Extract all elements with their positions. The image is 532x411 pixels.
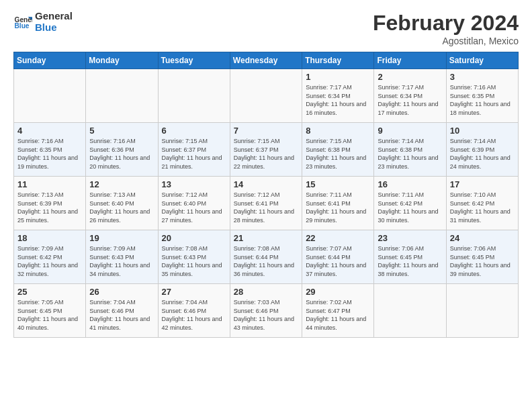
- day-info: Sunrise: 7:11 AM Sunset: 6:42 PM Dayligh…: [378, 191, 442, 224]
- col-header-thursday: Thursday: [302, 52, 374, 69]
- day-number: 7: [234, 126, 298, 136]
- day-cell: 15Sunrise: 7:11 AM Sunset: 6:41 PM Dayli…: [302, 177, 374, 230]
- day-info: Sunrise: 7:08 AM Sunset: 6:44 PM Dayligh…: [234, 244, 298, 278]
- day-cell: 17Sunrise: 7:10 AM Sunset: 6:42 PM Dayli…: [446, 177, 518, 230]
- day-info: Sunrise: 7:05 AM Sunset: 6:45 PM Dayligh…: [17, 298, 82, 332]
- day-cell: 27Sunrise: 7:04 AM Sunset: 6:46 PM Dayli…: [158, 284, 230, 338]
- logo-blue: Blue: [35, 22, 73, 34]
- day-number: 16: [378, 179, 442, 189]
- day-number: 9: [378, 126, 442, 136]
- day-cell: 8Sunrise: 7:15 AM Sunset: 6:38 PM Daylig…: [302, 123, 374, 177]
- day-cell: 24Sunrise: 7:06 AM Sunset: 6:45 PM Dayli…: [446, 230, 518, 284]
- day-cell: 16Sunrise: 7:11 AM Sunset: 6:42 PM Dayli…: [374, 177, 446, 230]
- day-cell: [374, 284, 446, 338]
- day-cell: 6Sunrise: 7:15 AM Sunset: 6:37 PM Daylig…: [158, 123, 230, 177]
- day-info: Sunrise: 7:17 AM Sunset: 6:34 PM Dayligh…: [306, 83, 370, 117]
- day-number: 14: [234, 179, 298, 189]
- day-number: 26: [89, 287, 154, 297]
- day-cell: 3Sunrise: 7:16 AM Sunset: 6:35 PM Daylig…: [446, 69, 518, 123]
- col-header-saturday: Saturday: [446, 52, 518, 69]
- day-number: 18: [17, 233, 82, 243]
- day-info: Sunrise: 7:06 AM Sunset: 6:45 PM Dayligh…: [450, 244, 515, 278]
- day-number: 25: [17, 287, 82, 297]
- day-info: Sunrise: 7:15 AM Sunset: 6:37 PM Dayligh…: [234, 137, 298, 171]
- day-cell: 9Sunrise: 7:14 AM Sunset: 6:38 PM Daylig…: [374, 123, 446, 177]
- day-info: Sunrise: 7:06 AM Sunset: 6:45 PM Dayligh…: [378, 244, 442, 278]
- day-cell: 20Sunrise: 7:08 AM Sunset: 6:43 PM Dayli…: [158, 230, 230, 284]
- day-info: Sunrise: 7:16 AM Sunset: 6:35 PM Dayligh…: [17, 137, 82, 171]
- day-cell: 11Sunrise: 7:13 AM Sunset: 6:39 PM Dayli…: [14, 177, 86, 230]
- col-header-tuesday: Tuesday: [158, 52, 230, 69]
- day-cell: 21Sunrise: 7:08 AM Sunset: 6:44 PM Dayli…: [230, 230, 302, 284]
- calendar-page: General Blue General Blue February 2024 …: [0, 0, 532, 345]
- calendar-table: SundayMondayTuesdayWednesdayThursdayFrid…: [13, 52, 519, 338]
- day-number: 23: [378, 233, 442, 243]
- day-number: 1: [306, 72, 370, 82]
- day-cell: 23Sunrise: 7:06 AM Sunset: 6:45 PM Dayli…: [374, 230, 446, 284]
- day-number: 4: [17, 126, 82, 136]
- day-cell: 1Sunrise: 7:17 AM Sunset: 6:34 PM Daylig…: [302, 69, 374, 123]
- title-block: February 2024 Agostitlan, Mexico: [373, 11, 519, 46]
- day-cell: [158, 69, 230, 123]
- month-title: February 2024: [373, 11, 519, 36]
- day-info: Sunrise: 7:16 AM Sunset: 6:36 PM Dayligh…: [89, 137, 154, 171]
- day-info: Sunrise: 7:15 AM Sunset: 6:37 PM Dayligh…: [162, 137, 226, 171]
- day-cell: 13Sunrise: 7:12 AM Sunset: 6:40 PM Dayli…: [158, 177, 230, 230]
- week-row-4: 18Sunrise: 7:09 AM Sunset: 6:42 PM Dayli…: [14, 230, 519, 284]
- day-number: 21: [234, 233, 298, 243]
- day-info: Sunrise: 7:16 AM Sunset: 6:35 PM Dayligh…: [450, 83, 515, 117]
- day-number: 10: [450, 126, 515, 136]
- day-cell: 4Sunrise: 7:16 AM Sunset: 6:35 PM Daylig…: [14, 123, 86, 177]
- day-info: Sunrise: 7:15 AM Sunset: 6:38 PM Dayligh…: [306, 137, 370, 171]
- day-info: Sunrise: 7:09 AM Sunset: 6:43 PM Dayligh…: [89, 244, 154, 278]
- day-cell: 12Sunrise: 7:13 AM Sunset: 6:40 PM Dayli…: [86, 177, 158, 230]
- day-cell: 29Sunrise: 7:02 AM Sunset: 6:47 PM Dayli…: [302, 284, 374, 338]
- day-info: Sunrise: 7:02 AM Sunset: 6:47 PM Dayligh…: [306, 298, 370, 332]
- day-cell: 22Sunrise: 7:07 AM Sunset: 6:44 PM Dayli…: [302, 230, 374, 284]
- logo: General Blue General Blue: [13, 11, 73, 33]
- day-info: Sunrise: 7:09 AM Sunset: 6:42 PM Dayligh…: [17, 244, 82, 278]
- day-info: Sunrise: 7:11 AM Sunset: 6:41 PM Dayligh…: [306, 191, 370, 224]
- day-number: 13: [162, 179, 226, 189]
- day-info: Sunrise: 7:14 AM Sunset: 6:39 PM Dayligh…: [450, 137, 515, 171]
- day-cell: 19Sunrise: 7:09 AM Sunset: 6:43 PM Dayli…: [86, 230, 158, 284]
- day-cell: 28Sunrise: 7:03 AM Sunset: 6:46 PM Dayli…: [230, 284, 302, 338]
- svg-text:Blue: Blue: [15, 22, 30, 30]
- day-cell: [446, 284, 518, 338]
- day-info: Sunrise: 7:14 AM Sunset: 6:38 PM Dayligh…: [378, 137, 442, 171]
- day-info: Sunrise: 7:07 AM Sunset: 6:44 PM Dayligh…: [306, 244, 370, 278]
- week-row-1: 1Sunrise: 7:17 AM Sunset: 6:34 PM Daylig…: [14, 69, 519, 123]
- day-number: 24: [450, 233, 515, 243]
- day-cell: [230, 69, 302, 123]
- day-info: Sunrise: 7:13 AM Sunset: 6:40 PM Dayligh…: [89, 191, 154, 224]
- day-cell: 18Sunrise: 7:09 AM Sunset: 6:42 PM Dayli…: [14, 230, 86, 284]
- day-number: 8: [306, 126, 370, 136]
- col-header-sunday: Sunday: [14, 52, 86, 69]
- day-cell: 14Sunrise: 7:12 AM Sunset: 6:41 PM Dayli…: [230, 177, 302, 230]
- day-number: 15: [306, 179, 370, 189]
- day-number: 27: [162, 287, 226, 297]
- logo-general: General: [35, 11, 73, 22]
- day-info: Sunrise: 7:10 AM Sunset: 6:42 PM Dayligh…: [450, 191, 515, 224]
- day-number: 3: [450, 72, 515, 82]
- day-cell: 7Sunrise: 7:15 AM Sunset: 6:37 PM Daylig…: [230, 123, 302, 177]
- day-info: Sunrise: 7:04 AM Sunset: 6:46 PM Dayligh…: [89, 298, 154, 332]
- day-number: 17: [450, 179, 515, 189]
- col-header-monday: Monday: [86, 52, 158, 69]
- day-cell: [86, 69, 158, 123]
- day-number: 29: [306, 287, 370, 297]
- day-cell: [14, 69, 86, 123]
- day-info: Sunrise: 7:13 AM Sunset: 6:39 PM Dayligh…: [17, 191, 82, 224]
- col-header-wednesday: Wednesday: [230, 52, 302, 69]
- day-info: Sunrise: 7:03 AM Sunset: 6:46 PM Dayligh…: [234, 298, 298, 332]
- location: Agostitlan, Mexico: [373, 36, 519, 46]
- day-number: 2: [378, 72, 442, 82]
- header-row: SundayMondayTuesdayWednesdayThursdayFrid…: [14, 52, 519, 69]
- day-cell: 2Sunrise: 7:17 AM Sunset: 6:34 PM Daylig…: [374, 69, 446, 123]
- week-row-2: 4Sunrise: 7:16 AM Sunset: 6:35 PM Daylig…: [14, 123, 519, 177]
- day-cell: 25Sunrise: 7:05 AM Sunset: 6:45 PM Dayli…: [14, 284, 86, 338]
- day-info: Sunrise: 7:12 AM Sunset: 6:41 PM Dayligh…: [234, 191, 298, 224]
- day-number: 28: [234, 287, 298, 297]
- day-info: Sunrise: 7:04 AM Sunset: 6:46 PM Dayligh…: [162, 298, 226, 332]
- day-number: 19: [89, 233, 154, 243]
